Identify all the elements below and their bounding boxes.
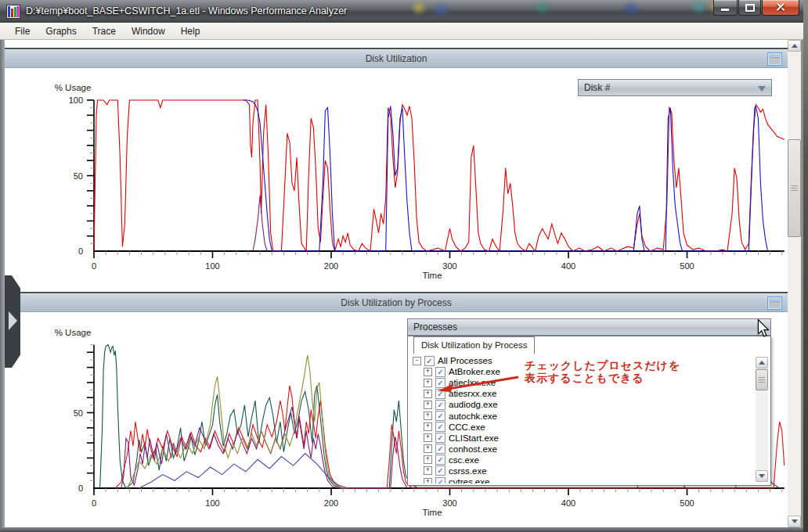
svg-text:% Usage: % Usage [55, 83, 92, 92]
svg-text:50: 50 [74, 171, 83, 181]
tree-item-ccc-exe[interactable]: +✓CCC.exe [411, 422, 753, 433]
main-scrollbar[interactable] [788, 40, 801, 527]
process-name: autochk.exe [449, 412, 497, 421]
panel-window-icon[interactable] [767, 52, 782, 66]
checkbox[interactable]: ✓ [435, 400, 445, 410]
expand-icon[interactable]: + [424, 444, 432, 453]
checkbox[interactable]: ✓ [435, 411, 445, 421]
tree-item-cvtres-exe[interactable]: +✓cvtres.exe [411, 476, 753, 483]
checkbox[interactable]: ✓ [435, 433, 445, 443]
processes-flyout: Processes Disk Utilization by Process -✓… [407, 318, 771, 486]
svg-text:0: 0 [78, 483, 83, 493]
expand-icon[interactable]: + [424, 422, 432, 431]
svg-text:200: 200 [324, 498, 338, 508]
svg-text:100: 100 [205, 261, 219, 271]
process-name: conhost.exe [449, 444, 497, 454]
glass-reflection [413, 3, 424, 13]
close-button[interactable] [762, 0, 799, 16]
glass-reflection [694, 2, 705, 12]
tree-item-clistart-exe[interactable]: +✓CLIStart.exe [411, 433, 753, 444]
expand-icon[interactable]: + [424, 433, 432, 442]
arrow-up-icon [759, 361, 765, 365]
checkbox[interactable]: ✓ [435, 455, 445, 465]
tree-item-autochk-exe[interactable]: +✓autochk.exe [411, 410, 753, 421]
process-name: CLIStart.exe [449, 433, 499, 443]
annotation-line-2: 表示することもできる [525, 372, 680, 384]
tree-item-csrss-exe[interactable]: +✓csrss.exe [411, 466, 753, 476]
mouse-cursor [757, 319, 770, 338]
expand-icon[interactable]: + [424, 455, 432, 464]
collapse-icon[interactable]: - [413, 357, 421, 365]
process-name: csrss.exe [449, 466, 487, 476]
menu-trace[interactable]: Trace [85, 24, 123, 38]
expand-icon[interactable]: + [424, 466, 432, 475]
scroll-up-button[interactable] [788, 40, 801, 52]
minimize-button[interactable] [713, 0, 738, 16]
expand-icon[interactable]: + [424, 379, 432, 387]
client-area: Disk Utilization 050100% Usage0100200300… [5, 40, 788, 527]
svg-text:500: 500 [680, 498, 694, 508]
menu-file[interactable]: File [8, 24, 37, 38]
process-name: csc.exe [449, 455, 479, 465]
scroll-down-button[interactable] [756, 470, 768, 482]
arrow-right-icon [9, 311, 17, 330]
checkbox[interactable]: ✓ [435, 422, 445, 432]
svg-text:100: 100 [69, 95, 83, 105]
menu-help[interactable]: Help [174, 24, 207, 38]
tab-disk-utilization-by-process[interactable]: Disk Utilization by Process [413, 336, 535, 354]
menu-graphs[interactable]: Graphs [38, 24, 83, 38]
scrollbar-thumb[interactable] [756, 369, 768, 390]
processes-dropdown[interactable]: Processes [407, 318, 771, 336]
svg-text:% Usage: % Usage [55, 328, 92, 337]
checkbox[interactable]: ✓ [424, 356, 435, 366]
svg-text:Time: Time [422, 508, 442, 517]
glass-reflection [537, 3, 548, 13]
svg-text:500: 500 [680, 261, 694, 271]
checkbox[interactable]: ✓ [435, 477, 445, 483]
svg-text:400: 400 [561, 261, 575, 271]
disk-utilization-chart: 050100% Usage0100200300400500Time [5, 66, 788, 291]
arrow-up-icon [792, 44, 798, 48]
arrow-down-icon [792, 519, 798, 523]
disk-utilization-by-process-header[interactable]: Disk Utilization by Process [5, 293, 788, 312]
panel-window-icon[interactable] [767, 297, 782, 310]
arrow-down-icon [759, 474, 765, 478]
scroll-down-button[interactable] [788, 516, 801, 527]
annotation-arrow [435, 372, 528, 397]
app-icon [6, 5, 20, 19]
process-list-scrollbar[interactable] [756, 357, 768, 482]
title-bar[interactable]: D:¥temp¥boot_BASE+CSWITCH_1a.etl - Windo… [0, 0, 803, 23]
tree-item-csc-exe[interactable]: +✓csc.exe [411, 455, 753, 466]
svg-text:0: 0 [92, 498, 96, 508]
glass-reflection [625, 4, 637, 13]
svg-text:400: 400 [561, 498, 575, 508]
disk-number-dropdown[interactable]: Disk # [578, 79, 772, 96]
checkbox[interactable]: ✓ [435, 444, 445, 454]
svg-text:100: 100 [205, 498, 219, 508]
svg-text:0: 0 [78, 246, 83, 256]
disk-utilization-title: Disk Utilization [366, 53, 427, 64]
graph-flyout-handle[interactable] [5, 275, 20, 368]
expand-icon[interactable]: + [424, 478, 432, 483]
desktop-background [803, 0, 808, 532]
glass-reflection [435, 5, 448, 14]
menu-bar: FileGraphsTraceWindowHelp [0, 23, 803, 40]
disk-number-dropdown-label: Disk # [584, 82, 610, 93]
expand-icon[interactable]: + [424, 368, 432, 376]
checkbox[interactable]: ✓ [435, 466, 445, 476]
menu-window[interactable]: Window [124, 24, 172, 38]
tree-item-audiodg-exe[interactable]: +✓audiodg.exe [411, 399, 753, 410]
expand-icon[interactable]: + [424, 390, 432, 398]
tree-item-conhost-exe[interactable]: +✓conhost.exe [411, 444, 753, 455]
process-name: cvtres.exe [449, 477, 489, 483]
disk-utilization-by-process-title: Disk Utilization by Process [341, 297, 451, 308]
scroll-up-button[interactable] [756, 357, 768, 368]
window-frame-bottom [0, 527, 803, 532]
processes-dropdown-label: Processes [413, 322, 457, 332]
process-name: audiodg.exe [449, 400, 498, 409]
expand-icon[interactable]: + [424, 401, 432, 409]
chevron-down-icon [758, 86, 766, 92]
expand-icon[interactable]: + [424, 412, 432, 420]
scrollbar-thumb[interactable] [788, 139, 801, 237]
restore-button[interactable] [738, 0, 761, 16]
